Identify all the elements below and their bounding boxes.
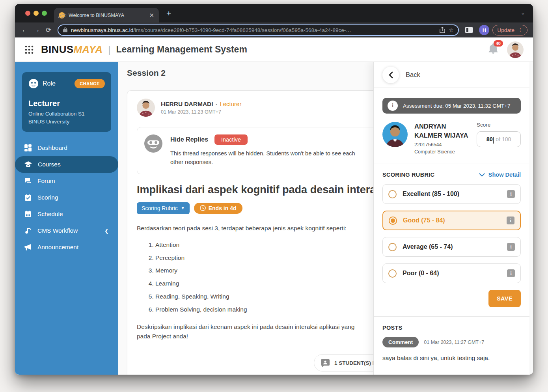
sidebar-item-cms-workflow[interactable]: CMS Workflow ❮: [15, 222, 118, 239]
back-nav-icon[interactable]: ←: [19, 26, 31, 34]
info-icon: i: [388, 101, 398, 111]
share-icon[interactable]: [440, 27, 445, 33]
notifications-button[interactable]: 40: [488, 43, 498, 56]
chevron-down-icon: ▼: [181, 206, 185, 210]
back-label: Back: [406, 71, 420, 78]
back-button[interactable]: [382, 67, 399, 83]
post-date: 01 Mar 2023, 11:23 GMT+7: [161, 109, 241, 115]
sidebar-item-announcement[interactable]: Announcement: [15, 239, 118, 256]
sidebar-item-label: Forum: [37, 177, 55, 185]
thread-card: HERRU DARMADI • Lecturer 01 Mar 2023, 11…: [127, 90, 403, 375]
address-bar[interactable]: newbinusmaya.binus.ac.id/lms/course/dcee…: [58, 24, 459, 36]
maximize-window-button[interactable]: [42, 11, 47, 16]
reload-icon[interactable]: ⟳: [43, 26, 54, 34]
url-text: newbinusmaya.binus.ac.id/lms/course/dcee…: [71, 27, 436, 33]
sidebar-item-label: Schedule: [37, 211, 63, 218]
comment-text: saya balas di sini ya, untuk testing saj…: [382, 355, 521, 362]
score-input[interactable]: 80 of 100: [477, 131, 521, 147]
change-role-button[interactable]: CHANGE: [75, 79, 105, 88]
tab-title: Welcome to BINUSMAYA: [69, 13, 145, 18]
app-header: BINUSMAYA | Learning Management System 4…: [15, 37, 533, 62]
role-institution: BINUS University: [28, 119, 105, 125]
list-item: Attention: [155, 240, 393, 250]
radio-icon[interactable]: [388, 190, 397, 198]
tab-close-icon[interactable]: ✕: [149, 12, 154, 19]
browser-tab[interactable]: Welcome to BINUSMAYA ✕: [54, 8, 159, 22]
radio-icon[interactable]: [388, 243, 397, 251]
score-label: Score: [477, 122, 521, 128]
binusmaya-logo[interactable]: BINUSMAYA: [41, 43, 103, 56]
side-panel-icon[interactable]: [465, 27, 473, 33]
browser-update-button[interactable]: Update ⋮: [492, 25, 527, 35]
list-item: Perception: [155, 253, 393, 263]
info-icon[interactable]: i: [507, 217, 514, 224]
student-major: Computer Science: [414, 149, 477, 155]
author-avatar: [137, 99, 155, 117]
author-name: HERRU DARMADI: [161, 101, 213, 107]
sidebar-item-label: Announcement: [37, 244, 78, 251]
rubric-option-good[interactable]: Good (75 - 84) i: [382, 211, 521, 230]
tab-list-chevron-icon[interactable]: ⌄: [521, 10, 525, 16]
cognitive-aspect-list: Attention Perception Memory Learning Rea…: [137, 240, 393, 315]
sidebar-item-dashboard[interactable]: Dashboard: [15, 140, 118, 156]
app-grid-icon[interactable]: [24, 45, 34, 54]
author-dot: •: [216, 102, 217, 107]
rubric-option-poor[interactable]: Poor (0 - 64) i: [382, 263, 521, 283]
scoring-rubric-heading: SCORING RUBRIC: [382, 172, 434, 178]
workflow-icon: [24, 227, 32, 234]
sidebar-item-label: Scoring: [37, 194, 58, 201]
forward-nav-icon[interactable]: →: [31, 26, 43, 34]
chevron-left-icon: [388, 71, 393, 78]
show-detail-link[interactable]: Show Detail: [479, 172, 521, 178]
browser-profile-avatar[interactable]: H: [479, 25, 489, 35]
dashboard-icon: [24, 144, 32, 151]
assessment-due-text: Assessment due: 05 Mar 2023, 11:32 GMT+7: [403, 103, 511, 109]
rubric-option-average[interactable]: Average (65 - 74) i: [382, 237, 521, 257]
deadline-badge: Ends in 4d: [194, 203, 242, 214]
minimize-window-button[interactable]: [34, 11, 39, 16]
save-button[interactable]: SAVE: [488, 290, 521, 307]
student-id: 2201756544: [414, 142, 477, 147]
new-tab-button[interactable]: +: [166, 9, 171, 18]
browser-tab-strip: Welcome to BINUSMAYA ✕ + ⌄: [15, 4, 533, 22]
role-label: Role: [43, 80, 56, 87]
sidebar-item-label: Dashboard: [37, 144, 67, 151]
assessment-panel: Back i Assessment due: 05 Mar 2023, 11:3…: [373, 62, 529, 375]
divider: [374, 164, 529, 164]
divider: [374, 316, 529, 317]
close-window-button[interactable]: [25, 11, 30, 16]
info-icon[interactable]: i: [507, 269, 515, 277]
sidebar-item-courses[interactable]: Courses: [15, 156, 118, 173]
user-avatar[interactable]: [507, 41, 524, 58]
announcement-icon: [24, 244, 32, 251]
sidebar-item-scoring[interactable]: Scoring: [15, 189, 118, 206]
student-photo: [382, 122, 408, 147]
list-item: Problem Solving, decision making: [155, 305, 393, 315]
radio-icon[interactable]: [388, 269, 397, 278]
list-item: Learning: [155, 279, 393, 289]
radio-icon[interactable]: [389, 217, 397, 225]
sidebar-item-forum[interactable]: Forum: [15, 173, 118, 189]
sidebar: Role CHANGE Lecturer Online Collaboratio…: [15, 62, 118, 375]
chevron-left-icon: ❮: [104, 228, 109, 234]
info-icon[interactable]: i: [507, 190, 515, 198]
chevron-down-icon: [479, 173, 485, 177]
scoring-rubric-dropdown[interactable]: Scoring Rubric ▼: [137, 202, 190, 214]
thread-intro: Berdasarkan teori pada sesi 3, terdapat …: [137, 224, 393, 233]
menu-dots-icon[interactable]: ⋮: [518, 27, 523, 33]
url-domain: newbinusmaya.binus.ac.id: [71, 27, 133, 33]
browser-toolbar: ← → ⟳ newbinusmaya.binus.ac.id/lms/cours…: [15, 22, 533, 37]
hide-replies-description: This thread responses will be hidden. St…: [170, 149, 360, 167]
schedule-icon: [24, 211, 32, 218]
text-caret: [493, 137, 494, 144]
sidebar-item-schedule[interactable]: Schedule: [15, 206, 118, 222]
bookmark-star-icon[interactable]: ☆: [449, 27, 454, 33]
assessment-due-banner: i Assessment due: 05 Mar 2023, 11:32 GMT…: [382, 98, 521, 114]
score-value: 80: [486, 136, 493, 142]
forum-icon: [24, 177, 32, 185]
rubric-option-excellent[interactable]: Excellent (85 - 100) i: [382, 184, 521, 204]
brand-separator: |: [108, 44, 110, 55]
hide-replies-panel: Hide Replies Inactive This thread respon…: [137, 127, 393, 174]
info-icon[interactable]: i: [507, 243, 515, 251]
list-item: Reading, Speaking, Writing: [155, 292, 393, 302]
